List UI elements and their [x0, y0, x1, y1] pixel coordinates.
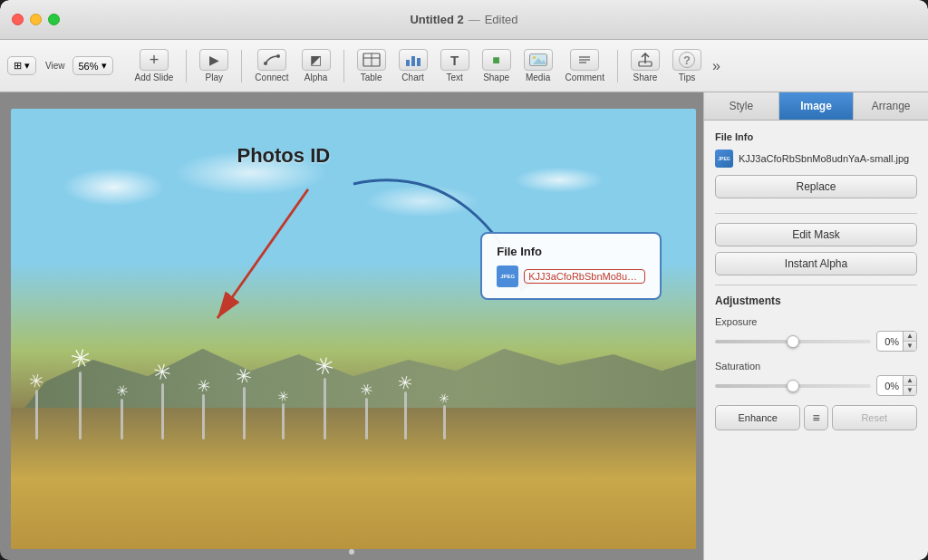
file-info-row: JPEG KJJ3aCfoRbSbnMo8udnYaA-small.jpg	[715, 150, 917, 168]
slide-callout-box: File Info JPEG KJJ3aCfoRbSbnMo8udnYaA-sm…	[480, 232, 662, 300]
tips-icon: ?	[672, 49, 701, 71]
comment-icon	[570, 49, 599, 71]
turbine-10: ✳	[398, 373, 413, 439]
exposure-up[interactable]: ▲	[904, 332, 916, 342]
reset-button[interactable]: Reset	[832, 405, 917, 430]
exposure-slider[interactable]	[715, 340, 871, 343]
shape-icon: ■	[482, 49, 511, 71]
turbine-blades-3: ✳	[114, 382, 130, 400]
turbine-5: ✳	[197, 378, 210, 439]
maximize-button[interactable]	[48, 14, 60, 25]
edit-mask-button[interactable]: Edit Mask	[715, 223, 917, 246]
slide-canvas[interactable]: ✳ ✳ ✳ ✳ ✳	[11, 109, 696, 549]
file-info-section: File Info JPEG KJJ3aCfoRbSbnMo8udnYaA-sm…	[715, 131, 917, 198]
zoom-label-btn	[117, 63, 128, 70]
comment-button[interactable]: Comment	[560, 45, 610, 86]
chart-button[interactable]: Chart	[393, 45, 433, 86]
turbine-7: ✳	[277, 390, 289, 439]
saturation-value: 0%	[877, 379, 903, 393]
exposure-label: Exposure	[715, 316, 917, 327]
instant-alpha-button[interactable]: Instant Alpha	[715, 252, 917, 275]
toolbar-sep-2	[241, 50, 242, 82]
turbine-blades-2: ✳	[67, 343, 93, 373]
saturation-row: Saturation 0% ▲ ▼	[715, 361, 917, 396]
file-jpeg-icon: JPEG	[715, 150, 733, 168]
panel-content: File Info JPEG KJJ3aCfoRbSbnMo8udnYaA-sm…	[704, 121, 928, 560]
share-button[interactable]: Share	[625, 45, 665, 86]
turbine-pole-10	[404, 391, 407, 439]
saturation-label: Saturation	[715, 361, 917, 372]
enhance-options-button[interactable]: ≡	[804, 405, 827, 430]
play-button[interactable]: ▶ Play	[194, 45, 234, 86]
replace-button[interactable]: Replace	[715, 175, 917, 198]
saturation-value-box: 0% ▲ ▼	[876, 375, 917, 396]
saturation-down[interactable]: ▼	[904, 386, 916, 395]
svg-rect-7	[417, 58, 420, 66]
alpha-button[interactable]: ◩ Alpha	[296, 45, 336, 86]
turbine-blades-10: ✳	[396, 372, 416, 393]
text-button[interactable]: T Text	[435, 45, 475, 86]
turbine-1: ✳	[29, 372, 44, 439]
turbine-blades-4: ✳	[150, 359, 174, 384]
turbine-6: ✳	[236, 367, 252, 439]
view-label-btn[interactable]: View	[40, 57, 71, 74]
panel-file-name: KJJ3aCfoRbSbnMo8udnYaA-small.jpg	[739, 153, 909, 164]
turbine-pole-9	[365, 398, 368, 439]
saturation-stepper[interactable]: ▲ ▼	[903, 376, 916, 395]
turbine-3: ✳	[116, 384, 128, 439]
turbine-blades-6: ✳	[233, 365, 254, 389]
turbine-8: ✳	[314, 354, 334, 439]
document-status: Edited	[485, 13, 518, 26]
tab-style[interactable]: Style	[704, 92, 779, 120]
toolbar-zoom-group: 56% ▾	[72, 56, 128, 75]
text-icon: T	[440, 49, 469, 71]
callout-title: File Info	[497, 245, 645, 258]
traffic-lights	[0, 14, 60, 25]
zoom-button[interactable]: 56% ▾	[72, 56, 113, 75]
turbine-11: ✳	[439, 392, 450, 439]
view-button[interactable]: ⊞ ▾	[7, 56, 36, 75]
more-button[interactable]: »	[709, 54, 724, 78]
zoom-chevron-icon: ▾	[102, 60, 107, 72]
exposure-control: 0% ▲ ▼	[715, 331, 917, 352]
svg-point-1	[276, 54, 280, 58]
exposure-down[interactable]: ▼	[904, 342, 916, 351]
exposure-thumb[interactable]	[787, 335, 799, 348]
toolbar-view-group: ⊞ ▾ View	[7, 56, 71, 75]
turbine-pole-11	[443, 405, 446, 439]
bottom-buttons: Enhance ≡ Reset	[715, 405, 917, 430]
tips-button[interactable]: ? Tips	[667, 45, 707, 86]
add-slide-button[interactable]: + Add Slide	[130, 45, 179, 86]
media-icon	[524, 49, 553, 71]
right-panel: Style Image Arrange File Info JPEG KJJ3a…	[703, 92, 928, 560]
turbine-blades-8: ✳	[312, 352, 337, 380]
close-button[interactable]	[12, 14, 24, 25]
saturation-control: 0% ▲ ▼	[715, 375, 917, 396]
tab-image[interactable]: Image	[779, 92, 855, 120]
media-button[interactable]: Media	[518, 45, 558, 86]
turbine-blades-1: ✳	[27, 370, 47, 391]
saturation-slider[interactable]	[715, 384, 871, 388]
chart-icon	[399, 49, 428, 71]
tab-arrange[interactable]: Arrange	[854, 92, 928, 120]
divider-1	[715, 213, 917, 214]
svg-point-11	[533, 56, 536, 59]
turbine-4: ✳	[153, 362, 171, 439]
saturation-up[interactable]: ▲	[904, 376, 916, 386]
table-button[interactable]: Table	[352, 45, 392, 86]
share-icon	[631, 49, 660, 71]
play-icon: ▶	[199, 49, 228, 71]
turbine-pole-4	[161, 383, 164, 439]
saturation-thumb[interactable]	[787, 380, 799, 392]
connect-button[interactable]: Connect	[249, 45, 294, 86]
toolbar-sep-4	[617, 50, 618, 82]
shape-button[interactable]: ■ Shape	[477, 45, 517, 86]
turbine-pole-1	[35, 390, 38, 439]
enhance-button[interactable]: Enhance	[715, 405, 800, 430]
exposure-stepper[interactable]: ▲ ▼	[903, 332, 916, 351]
alpha-icon: ◩	[302, 49, 331, 71]
document-name: Untitled 2	[410, 13, 463, 26]
minimize-button[interactable]	[30, 14, 42, 25]
turbine-blades-5: ✳	[195, 376, 212, 395]
turbine-blades-11: ✳	[437, 391, 450, 406]
